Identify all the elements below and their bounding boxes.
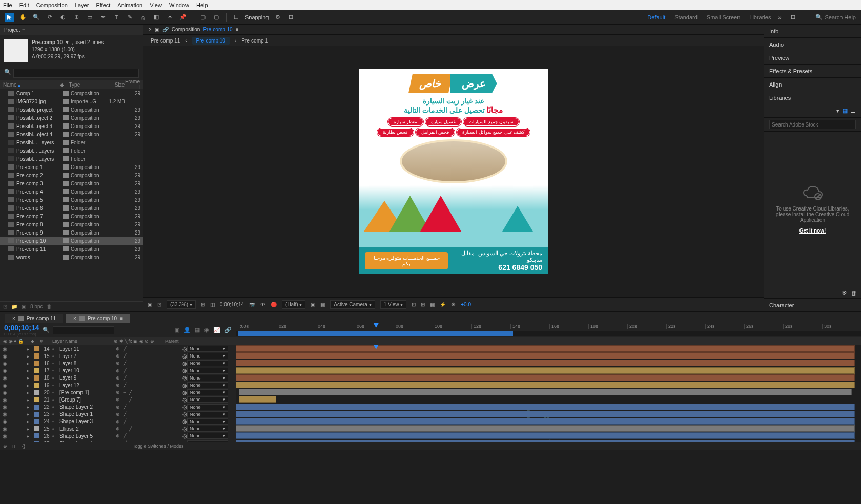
label-chip[interactable] <box>63 132 69 137</box>
layer-track-bar[interactable] <box>236 440 855 442</box>
view-dropdown[interactable]: 1 View ▾ <box>380 300 407 309</box>
comp-panel-tab[interactable]: × ▣ 🔗 Composition Pre-comp 10 ≡ <box>144 25 764 35</box>
comp-mini-icon[interactable]: ▣ <box>174 327 179 333</box>
project-item[interactable]: words Composition 29 <box>0 253 143 261</box>
project-table-header[interactable]: Name ▴ ◆ Type Size Frame I <box>0 80 143 89</box>
label-chip[interactable] <box>63 91 69 96</box>
expand-arrow-icon[interactable]: ▸ <box>27 361 33 366</box>
project-item[interactable]: Possibl... Layers Folder <box>0 138 143 146</box>
parent-dropdown[interactable]: None ▾ <box>187 396 228 403</box>
layer-color-chip[interactable] <box>34 426 39 431</box>
project-item[interactable]: Pre-comp 2 Composition 29 <box>0 171 143 179</box>
layer-track-bar[interactable] <box>236 360 855 366</box>
clone-tool-icon[interactable]: ⎌ <box>138 13 148 22</box>
parent-dropdown[interactable]: None ▾ <box>187 389 228 395</box>
parent-pickwhip-icon[interactable]: ◎ <box>182 433 187 439</box>
rect-tool-icon[interactable]: ▭ <box>85 13 94 22</box>
visibility-icon[interactable]: ◉ <box>0 390 9 395</box>
project-item[interactable]: Possibl... Layers Folder <box>0 146 143 155</box>
mask-mode-icon[interactable]: ▢ <box>198 13 208 22</box>
project-item[interactable]: Pre-comp 4 Composition 29 <box>0 187 143 196</box>
timeline-layer-row[interactable]: ◉ ▸ 17 ▫ Layer 10 ⊕ ╱ ◎ None ▾ <box>0 367 236 374</box>
visibility-icon[interactable]: ◉ <box>0 411 9 417</box>
expand-icon[interactable]: ⊕ <box>3 444 7 449</box>
parent-dropdown[interactable]: None ▾ <box>187 353 228 359</box>
timeline-layer-row[interactable]: ◉ ▸ 24 ▫ Shape Layer 3 ⊕ ╱ ◎ None ▾ <box>0 418 236 425</box>
comp-viewport[interactable]: خاص عرض عند غيار زيت السيارة مجانًا تحصي… <box>144 46 764 297</box>
expand-arrow-icon[interactable]: ▸ <box>27 411 33 417</box>
close-icon[interactable]: × <box>12 316 15 321</box>
channel-icon[interactable]: 🔴 <box>271 302 277 307</box>
project-item[interactable]: Pre-comp 5 Composition 29 <box>0 196 143 204</box>
label-chip[interactable] <box>63 181 69 186</box>
menu-help[interactable]: Help <box>196 2 208 8</box>
search-icon[interactable]: 🔍 <box>43 327 50 333</box>
layer-track-bar[interactable] <box>236 404 855 410</box>
project-item[interactable]: Possibl...oject 2 Composition 29 <box>0 114 143 122</box>
label-chip[interactable] <box>63 205 69 211</box>
parent-pickwhip-icon[interactable]: ◎ <box>182 426 187 432</box>
parent-dropdown[interactable]: None ▾ <box>187 404 228 410</box>
project-item[interactable]: Pre-comp 1 Composition 29 <box>0 163 143 171</box>
project-item[interactable]: Possibl...oject 4 Composition 29 <box>0 130 143 138</box>
workspace-libraries[interactable]: Libraries <box>749 14 771 20</box>
menu-edit[interactable]: Edit <box>19 2 29 8</box>
expand-arrow-icon[interactable]: ▸ <box>27 346 33 352</box>
menu-layer[interactable]: Layer <box>75 2 89 8</box>
visibility-icon[interactable]: ◉ <box>0 418 9 424</box>
layer-track-bar[interactable] <box>236 425 855 432</box>
lib-list-icon[interactable]: ☰ <box>851 108 856 114</box>
layer-track-bar[interactable] <box>239 389 852 395</box>
timeline-ruler[interactable]: :00s02s04s06s08s10s12s14s16s18s20s22s24s… <box>236 324 861 337</box>
panel-tab-effects---presets[interactable]: Effects & Presets <box>764 65 861 78</box>
project-item[interactable]: Pre-comp 8 Composition 29 <box>0 220 143 228</box>
project-item[interactable]: Pre-comp 9 Composition 29 <box>0 228 143 237</box>
layer-track-bar[interactable] <box>236 382 855 388</box>
project-item[interactable]: IMG8720.jpg Importe...G 1.2 MB <box>0 97 143 106</box>
res-dropdown[interactable]: (Half) ▾ <box>282 300 305 309</box>
parent-pickwhip-icon[interactable]: ◎ <box>182 397 187 403</box>
panel-tab-preview[interactable]: Preview <box>764 51 861 65</box>
visibility-icon[interactable]: ◉ <box>0 383 9 388</box>
bpc-button[interactable]: 8 bpc <box>30 304 43 309</box>
menu-window[interactable]: Window <box>169 2 189 8</box>
menu-file[interactable]: File <box>3 2 12 8</box>
layer-color-chip[interactable] <box>34 397 39 402</box>
playhead-line[interactable] <box>376 345 376 442</box>
zoom-tool-icon[interactable]: 🔍 <box>32 13 41 22</box>
hand-tool-icon[interactable]: ✋ <box>18 13 28 22</box>
rotate-tool-icon[interactable]: ◐ <box>58 13 68 22</box>
label-chip[interactable] <box>63 140 69 145</box>
parent-pickwhip-icon[interactable]: ◎ <box>182 404 187 410</box>
search-help[interactable]: 🔍 Search Help <box>815 14 856 20</box>
anchor-tool-icon[interactable]: ⊕ <box>72 13 81 22</box>
roi-icon[interactable]: ▣ <box>311 302 315 307</box>
timeline-search-input[interactable] <box>53 326 114 334</box>
label-chip[interactable] <box>63 197 69 202</box>
layer-track-bar[interactable] <box>236 432 855 439</box>
lib-trash-icon[interactable]: 🗑 <box>851 290 857 296</box>
lib-menu-icon[interactable]: ▾ <box>836 108 839 114</box>
timeline-layer-row[interactable]: ◉ ▸ 22 ▫ Shape Layer 2 ⊕ ╱ ◎ None ▾ <box>0 404 236 411</box>
timeline-layer-row[interactable]: ◉ ▸ 16 ▫ Layer 8 ⊕ ╱ ◎ None ▾ <box>0 360 236 367</box>
timeline-tab[interactable]: ×Pre-comp 10 ≡ <box>66 314 130 323</box>
project-item[interactable]: Pre-comp 10 Composition 29 <box>0 237 143 245</box>
parent-dropdown[interactable]: None ▾ <box>187 426 228 432</box>
toggle-icon-2[interactable]: {} <box>22 444 25 449</box>
res-toggle-icon[interactable]: ⊞ <box>201 302 205 307</box>
view-icon-3[interactable]: ▦ <box>430 302 435 307</box>
label-chip[interactable] <box>63 230 69 235</box>
motion-blur-icon[interactable]: ◉ <box>204 327 209 333</box>
layer-track-bar[interactable] <box>236 367 855 374</box>
layer-color-chip[interactable] <box>34 375 39 381</box>
project-item[interactable]: Comp 1 Composition 29 <box>0 89 143 97</box>
workspace-default[interactable]: Default <box>647 14 665 20</box>
type-tool-icon[interactable]: T <box>112 13 121 22</box>
parent-dropdown[interactable]: None ▾ <box>187 433 228 439</box>
parent-dropdown[interactable]: None ▾ <box>187 360 228 366</box>
label-chip[interactable] <box>63 107 69 112</box>
label-chip[interactable] <box>63 246 69 251</box>
brush-tool-icon[interactable]: ✎ <box>125 13 134 22</box>
workspace-small-screen[interactable]: Small Screen <box>707 14 740 20</box>
dropdown-icon[interactable]: ▼ <box>65 39 70 46</box>
